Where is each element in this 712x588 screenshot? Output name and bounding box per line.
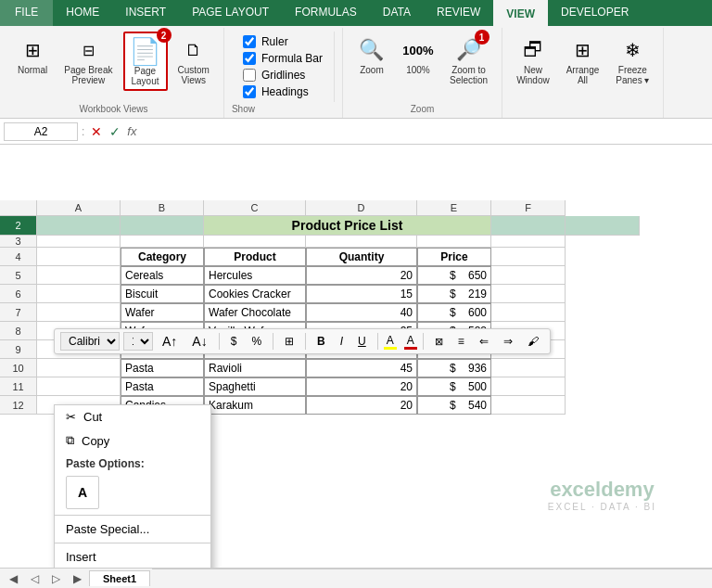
percent-button[interactable]: %	[246, 333, 267, 350]
cell-qty-1[interactable]: 20	[306, 266, 417, 285]
cell-cat-7[interactable]: Pasta	[121, 377, 204, 396]
page-layout-button[interactable]: 📄 PageLayout 2	[123, 32, 168, 91]
font-name-select[interactable]: Calibri	[60, 332, 120, 351]
cell-4-f[interactable]	[491, 266, 566, 285]
cell-6-a[interactable]	[37, 303, 121, 322]
col-d-header[interactable]: D	[306, 200, 417, 216]
gridlines-checkbox-item[interactable]: Gridlines	[243, 69, 323, 82]
tab-nav-next[interactable]: ▷	[46, 570, 66, 587]
cell-cat-6[interactable]: Pasta	[121, 359, 204, 377]
custom-views-button[interactable]: 🗋 CustomViews	[172, 32, 216, 89]
tab-formulas[interactable]: FORMULAS	[282, 0, 370, 26]
row-num-4[interactable]: 5	[0, 266, 37, 285]
cell-prod-1[interactable]: Hercules	[204, 266, 306, 285]
col-b-header[interactable]: B	[121, 200, 204, 216]
cell-price-8[interactable]: $ 540	[417, 396, 491, 415]
zoom-to-selection-button[interactable]: 1 🔎 Zoom toSelection	[443, 32, 494, 89]
copy-menu-item[interactable]: ⧉ Copy	[55, 428, 210, 453]
cell-cat-1[interactable]: Cereals	[121, 266, 204, 285]
borders-button[interactable]: ⊞	[279, 333, 299, 350]
arrange-all-button[interactable]: ⊞ ArrangeAll	[560, 32, 606, 89]
cut-menu-item[interactable]: ✂ Cut	[55, 405, 210, 428]
tab-nav-left[interactable]: ◀	[4, 570, 23, 587]
cell-9-a[interactable]	[37, 359, 121, 377]
page-break-button[interactable]: ⊟ Page BreakPreview	[57, 32, 119, 89]
cell-2-d[interactable]	[306, 236, 417, 248]
cell-2-e[interactable]	[417, 236, 491, 248]
cell-2-b[interactable]	[121, 236, 204, 248]
row-num-6[interactable]: 7	[0, 303, 37, 322]
underline-button[interactable]: U	[352, 333, 372, 350]
col-c-header[interactable]: C	[204, 200, 306, 216]
font-size-select[interactable]: 11	[123, 332, 153, 351]
row-num-11[interactable]: 12	[0, 396, 37, 415]
cell-prod-2[interactable]: Cookies Cracker	[204, 285, 306, 303]
cell-6-f[interactable]	[491, 303, 566, 322]
formula-bar-checkbox-item[interactable]: Formula Bar	[243, 52, 323, 65]
row-num-7[interactable]: 8	[0, 322, 37, 340]
cell-prod-3[interactable]: Wafer Chocolate	[204, 303, 306, 322]
cell-prod-8[interactable]: Karakum	[204, 396, 306, 415]
cell-qty-6[interactable]: 45	[306, 359, 417, 377]
cell-price-6[interactable]: $ 936	[417, 359, 491, 377]
cell-3-a[interactable]	[37, 248, 121, 266]
indent-left-button[interactable]: ⇐	[474, 333, 494, 350]
cell-10-f[interactable]	[491, 377, 566, 396]
row-num-9[interactable]: 10	[0, 359, 37, 377]
col-f-header[interactable]: F	[491, 200, 566, 216]
row-num-2[interactable]: 3	[0, 236, 37, 248]
new-window-button[interactable]: 🗗 NewWindow	[510, 32, 556, 89]
decrease-font-button[interactable]: A↓	[186, 332, 212, 351]
bold-button[interactable]: B	[312, 333, 331, 350]
paste-special-menu-item[interactable]: Paste Special...	[55, 518, 210, 541]
name-box[interactable]	[4, 122, 78, 141]
cell-price-7[interactable]: $ 500	[417, 377, 491, 396]
cell-prod-7[interactable]: Spaghetti	[204, 377, 306, 396]
currency-button[interactable]: $	[225, 333, 243, 350]
formula-bar-checkbox[interactable]	[243, 52, 256, 65]
cell-cat-3[interactable]: Wafer	[121, 303, 204, 322]
tab-data[interactable]: DATA	[370, 0, 424, 26]
headings-checkbox-item[interactable]: Headings	[243, 85, 323, 98]
normal-button[interactable]: ⊞ Normal	[11, 32, 54, 79]
format-painter-button[interactable]: 🖌	[522, 333, 544, 350]
cell-1-f[interactable]	[566, 216, 640, 236]
increase-font-button[interactable]: A↑	[157, 332, 183, 351]
cell-qty-2[interactable]: 15	[306, 285, 417, 303]
align-left-button[interactable]: ≡	[452, 333, 470, 350]
cell-2-a[interactable]	[37, 236, 121, 248]
indent-right-button[interactable]: ⇒	[498, 333, 518, 350]
tab-home[interactable]: HOME	[53, 0, 112, 26]
tab-view[interactable]: VIEW	[493, 0, 548, 26]
row-num-1[interactable]: 2	[0, 216, 37, 236]
italic-button[interactable]: I	[335, 333, 349, 350]
cell-5-a[interactable]	[37, 285, 121, 303]
tab-page-layout[interactable]: PAGE LAYOUT	[179, 0, 282, 26]
highlight-color-button[interactable]: A	[384, 334, 397, 350]
col-e-header[interactable]: E	[417, 200, 491, 216]
confirm-formula-icon[interactable]: ✓	[107, 124, 123, 139]
cell-2-f[interactable]	[491, 236, 566, 248]
insert-menu-item[interactable]: Insert	[55, 545, 210, 568]
tab-nav-prev[interactable]: ◁	[25, 570, 44, 587]
row-num-5[interactable]: 6	[0, 285, 37, 303]
merge-button[interactable]: ⊠	[429, 334, 449, 350]
row-num-10[interactable]: 11	[0, 377, 37, 396]
ruler-checkbox-item[interactable]: Ruler	[243, 35, 323, 48]
cell-qty-8[interactable]: 20	[306, 396, 417, 415]
row-num-8[interactable]: 9	[0, 340, 37, 359]
zoom-button[interactable]: 🔍 Zoom	[350, 32, 393, 79]
cell-qty-7[interactable]: 20	[306, 377, 417, 396]
tab-review[interactable]: REVIEW	[424, 0, 493, 26]
cell-price-1[interactable]: $ 650	[417, 266, 491, 285]
sheet-tab-1[interactable]: Sheet1	[89, 570, 150, 586]
tab-developer[interactable]: DEVELOPER	[548, 0, 642, 26]
cell-2-c[interactable]	[204, 236, 306, 248]
cell-1-b[interactable]	[121, 216, 204, 236]
freeze-panes-button[interactable]: ❄ FreezePanes ▾	[609, 32, 655, 89]
font-color-button[interactable]: A	[404, 334, 417, 350]
headings-checkbox[interactable]	[243, 85, 256, 98]
paste-icon-a[interactable]: A	[66, 476, 99, 509]
formula-input[interactable]	[140, 123, 708, 140]
tab-insert[interactable]: INSERT	[112, 0, 179, 26]
